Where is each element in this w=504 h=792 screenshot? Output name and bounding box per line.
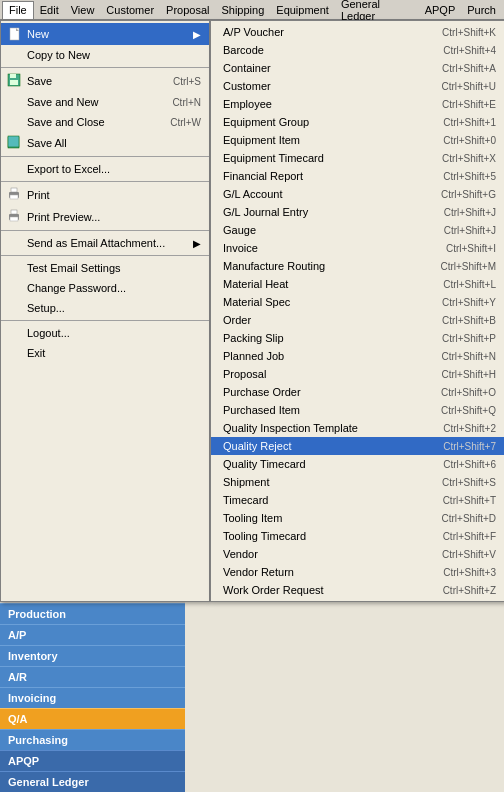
submenu-purchase-order[interactable]: Purchase Order Ctrl+Shift+O (211, 383, 504, 401)
separator-1 (1, 67, 209, 68)
packing-slip-shortcut: Ctrl+Shift+P (442, 333, 496, 344)
material-spec-label: Material Spec (223, 296, 442, 308)
menu-item-logout[interactable]: Logout... (1, 323, 209, 343)
nav-purchasing[interactable]: Purchasing (0, 729, 185, 750)
submenu-material-spec[interactable]: Material Spec Ctrl+Shift+Y (211, 293, 504, 311)
menu-item-test-email[interactable]: Test Email Settings (1, 258, 209, 278)
menubar-apqp[interactable]: APQP (419, 2, 462, 18)
container-shortcut: Ctrl+Shift+A (442, 63, 496, 74)
submenu-tooling-timecard[interactable]: Tooling Timecard Ctrl+Shift+F (211, 527, 504, 545)
menu-item-new[interactable]: New ▶ (1, 23, 209, 45)
new-icon (7, 26, 23, 42)
submenu-packing-slip[interactable]: Packing Slip Ctrl+Shift+P (211, 329, 504, 347)
order-shortcut: Ctrl+Shift+B (442, 315, 496, 326)
menu-item-exit[interactable]: Exit (1, 343, 209, 363)
quality-inspection-shortcut: Ctrl+Shift+2 (443, 423, 496, 434)
menubar-proposal[interactable]: Proposal (160, 2, 215, 18)
submenu-proposal[interactable]: Proposal Ctrl+Shift+H (211, 365, 504, 383)
material-spec-shortcut: Ctrl+Shift+Y (442, 297, 496, 308)
tooling-timecard-shortcut: Ctrl+Shift+F (443, 531, 496, 542)
change-password-label: Change Password... (27, 282, 201, 294)
submenu-equipment-timecard[interactable]: Equipment Timecard Ctrl+Shift+X (211, 149, 504, 167)
submenu-material-heat[interactable]: Material Heat Ctrl+Shift+L (211, 275, 504, 293)
submenu-purchased-item[interactable]: Purchased Item Ctrl+Shift+Q (211, 401, 504, 419)
submenu-gauge[interactable]: Gauge Ctrl+Shift+J (211, 221, 504, 239)
file-menu-dropdown: New ▶ Copy to New Save Ctrl+S Save and N… (0, 20, 210, 602)
svg-rect-11 (11, 210, 17, 214)
customer-label: Customer (223, 80, 442, 92)
submenu-quality-inspection[interactable]: Quality Inspection Template Ctrl+Shift+2 (211, 419, 504, 437)
submenu-manufacture-routing[interactable]: Manufacture Routing Ctrl+Shift+M (211, 257, 504, 275)
export-excel-label: Export to Excel... (27, 163, 201, 175)
new-arrow-icon: ▶ (193, 29, 201, 40)
submenu-container[interactable]: Container Ctrl+Shift+A (211, 59, 504, 77)
submenu-invoice[interactable]: Invoice Ctrl+Shift+I (211, 239, 504, 257)
menu-item-export-excel[interactable]: Export to Excel... (1, 159, 209, 179)
nav-ar[interactable]: A/R (0, 666, 185, 687)
nav-qa[interactable]: Q/A (0, 708, 185, 729)
nav-apqp[interactable]: APQP (0, 750, 185, 771)
shipment-label: Shipment (223, 476, 442, 488)
nav-invoicing[interactable]: Invoicing (0, 687, 185, 708)
tooling-timecard-label: Tooling Timecard (223, 530, 443, 542)
submenu-barcode[interactable]: Barcode Ctrl+Shift+4 (211, 41, 504, 59)
menubar-equipment[interactable]: Equipment (270, 2, 335, 18)
menubar-shipping[interactable]: Shipping (215, 2, 270, 18)
submenu-order[interactable]: Order Ctrl+Shift+B (211, 311, 504, 329)
menubar-view[interactable]: View (65, 2, 101, 18)
save-and-new-shortcut: Ctrl+N (172, 97, 201, 108)
svg-rect-3 (10, 74, 16, 78)
submenu-gl-journal[interactable]: G/L Journal Entry Ctrl+Shift+J (211, 203, 504, 221)
nav-production[interactable]: Production (0, 603, 185, 624)
menu-item-save[interactable]: Save Ctrl+S (1, 70, 209, 92)
menu-item-print[interactable]: Print (1, 184, 209, 206)
submenu-quality-timecard[interactable]: Quality Timecard Ctrl+Shift+6 (211, 455, 504, 473)
svg-rect-8 (11, 188, 17, 192)
submenu-financial-report[interactable]: Financial Report Ctrl+Shift+5 (211, 167, 504, 185)
equipment-item-shortcut: Ctrl+Shift+0 (443, 135, 496, 146)
nav-ap[interactable]: A/P (0, 624, 185, 645)
submenu-tooling-item[interactable]: Tooling Item Ctrl+Shift+D (211, 509, 504, 527)
ap-voucher-label: A/P Voucher (223, 26, 442, 38)
submenu-equipment-group[interactable]: Equipment Group Ctrl+Shift+1 (211, 113, 504, 131)
menu-item-print-preview[interactable]: Print Preview... (1, 206, 209, 228)
print-icon (7, 187, 23, 203)
nav-general-ledger[interactable]: General Ledger (0, 771, 185, 792)
menubar-file[interactable]: File (2, 1, 34, 19)
menu-item-save-and-new[interactable]: Save and New Ctrl+N (1, 92, 209, 112)
submenu-timecard[interactable]: Timecard Ctrl+Shift+T (211, 491, 504, 509)
submenu-ap-voucher[interactable]: A/P Voucher Ctrl+Shift+K (211, 23, 504, 41)
submenu-gl-account[interactable]: G/L Account Ctrl+Shift+G (211, 185, 504, 203)
submenu-vendor-return[interactable]: Vendor Return Ctrl+Shift+3 (211, 563, 504, 581)
submenu-shipment[interactable]: Shipment Ctrl+Shift+S (211, 473, 504, 491)
menubar-edit[interactable]: Edit (34, 2, 65, 18)
submenu-quality-reject[interactable]: Quality Reject Ctrl+Shift+7 (211, 437, 504, 455)
menu-item-setup[interactable]: Setup... (1, 298, 209, 318)
proposal-shortcut: Ctrl+Shift+H (442, 369, 496, 380)
menubar: File Edit View Customer Proposal Shippin… (0, 0, 504, 20)
menu-item-change-password[interactable]: Change Password... (1, 278, 209, 298)
copy-to-new-label: Copy to New (27, 49, 201, 61)
equipment-group-label: Equipment Group (223, 116, 443, 128)
nav-inventory[interactable]: Inventory (0, 645, 185, 666)
gl-account-label: G/L Account (223, 188, 441, 200)
menu-item-save-all[interactable]: Save All (1, 132, 209, 154)
submenu-work-order-request[interactable]: Work Order Request Ctrl+Shift+Z (211, 581, 504, 599)
new-submenu: A/P Voucher Ctrl+Shift+K Barcode Ctrl+Sh… (210, 20, 504, 602)
submenu-planned-job[interactable]: Planned Job Ctrl+Shift+N (211, 347, 504, 365)
menubar-purch[interactable]: Purch (461, 2, 502, 18)
purchased-item-shortcut: Ctrl+Shift+Q (441, 405, 496, 416)
menu-item-copy-to-new[interactable]: Copy to New (1, 45, 209, 65)
quality-timecard-shortcut: Ctrl+Shift+6 (443, 459, 496, 470)
menubar-customer[interactable]: Customer (100, 2, 160, 18)
submenu-equipment-item[interactable]: Equipment Item Ctrl+Shift+0 (211, 131, 504, 149)
submenu-vendor[interactable]: Vendor Ctrl+Shift+V (211, 545, 504, 563)
svg-rect-6 (8, 136, 19, 147)
menu-item-save-and-close[interactable]: Save and Close Ctrl+W (1, 112, 209, 132)
menu-item-send-email[interactable]: Send as Email Attachment... ▶ (1, 233, 209, 253)
dropdown-overlay: New ▶ Copy to New Save Ctrl+S Save and N… (0, 20, 504, 602)
submenu-customer[interactable]: Customer Ctrl+Shift+U (211, 77, 504, 95)
submenu-employee[interactable]: Employee Ctrl+Shift+E (211, 95, 504, 113)
manufacture-routing-shortcut: Ctrl+Shift+M (440, 261, 496, 272)
material-heat-label: Material Heat (223, 278, 443, 290)
